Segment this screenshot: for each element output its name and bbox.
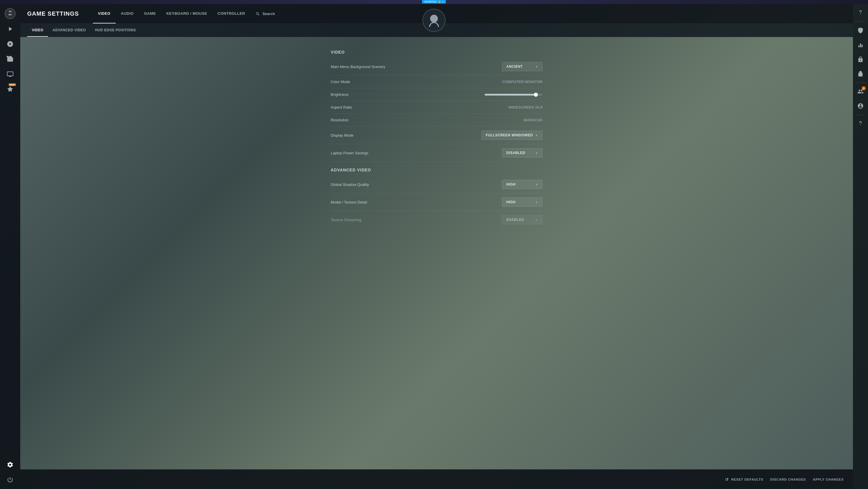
right-sidebar-user[interactable] xyxy=(854,99,867,112)
setting-laptop-power: Laptop Power Savings DISABLED ▼ xyxy=(331,144,542,162)
discard-label: DISCARD CHANGES xyxy=(770,478,806,481)
tab-audio[interactable]: Audio xyxy=(116,4,139,24)
search-icon xyxy=(255,11,260,16)
top-bar: IMMERSE 🔒 + xyxy=(0,0,868,4)
tab-video[interactable]: Video xyxy=(93,4,116,24)
new-badge: NEW! xyxy=(9,83,16,86)
csgo-logo[interactable]: CS GO xyxy=(3,7,17,20)
main-content: GAME SETTINGS Video Audio Game Keyboard … xyxy=(20,4,853,489)
right-sidebar-profile[interactable] xyxy=(854,24,867,37)
new-item-icon xyxy=(7,86,13,93)
sidebar-item-inventory[interactable] xyxy=(4,53,17,65)
search-tab[interactable]: Search xyxy=(250,4,280,24)
apply-label: APPLY CHANGES xyxy=(813,478,844,481)
immerse-lock-icon: 🔒 xyxy=(438,0,441,3)
setting-laptop-power-label: Laptop Power Savings xyxy=(331,151,368,155)
model-texture-value-text: HIGH xyxy=(506,200,516,204)
display-mode-value-text: FULLSCREEN WINDOWED xyxy=(486,133,533,137)
reset-icon: ↺ xyxy=(725,477,729,482)
setting-model-texture: Model / Texture Detail HIGH ▼ xyxy=(331,193,542,211)
setting-model-texture-label: Model / Texture Detail xyxy=(331,200,367,204)
svg-text:CS: CS xyxy=(9,10,11,12)
csgo-logo-icon: CS GO xyxy=(4,8,16,20)
right-sidebar-users[interactable]: 2 xyxy=(854,85,867,98)
setting-resolution: Resolution 3840X2160 xyxy=(331,114,542,126)
laptop-power-dropdown[interactable]: DISABLED ▼ xyxy=(502,148,542,157)
texture-streaming-chevron: ▼ xyxy=(535,218,538,222)
setting-display-mode: Display Mode FULLSCREEN WINDOWED ▼ xyxy=(331,126,542,144)
right-sidebar-lock2[interactable] xyxy=(854,67,867,80)
avatar-icon xyxy=(427,13,441,27)
brightness-slider-track[interactable] xyxy=(485,94,542,95)
immerse-badge: IMMERSE 🔒 + xyxy=(422,0,446,3)
setting-global-shadow-value: HIGH ▼ xyxy=(502,180,542,189)
levels-icon xyxy=(857,42,864,48)
setting-color-mode: Color Mode COMPUTER MONITOR xyxy=(331,76,542,88)
right-sidebar-levels[interactable] xyxy=(854,38,867,51)
brightness-slider-fill xyxy=(485,94,535,95)
tv-icon xyxy=(7,70,13,78)
global-shadow-value-text: HIGH xyxy=(506,182,516,186)
display-mode-chevron: ▼ xyxy=(535,134,538,137)
help2-icon xyxy=(857,120,864,127)
resolution-text: 3840X2160 xyxy=(523,118,542,122)
sidebar-item-power[interactable] xyxy=(4,473,17,486)
main-menu-bg-dropdown[interactable]: ANCIENT ▼ xyxy=(502,62,542,71)
sidebar-item-new[interactable]: NEW! xyxy=(4,83,17,95)
divider-3 xyxy=(855,115,866,115)
divider-2 xyxy=(855,83,866,83)
model-texture-dropdown[interactable]: HIGH ▼ xyxy=(502,197,542,207)
tab-game[interactable]: Game xyxy=(139,4,161,24)
sidebar-item-play[interactable] xyxy=(4,23,17,35)
lock2-icon xyxy=(857,70,864,77)
settings-panel[interactable]: Video Main Menu Background Scenery ANCIE… xyxy=(20,37,853,489)
sidebar-item-watch[interactable] xyxy=(4,68,17,81)
setting-resolution-value: 3840X2160 xyxy=(523,118,542,122)
sub-tab-video[interactable]: Video xyxy=(27,24,48,37)
setting-global-shadow-label: Global Shadow Quality xyxy=(331,182,369,187)
setting-main-menu-bg-label: Main Menu Background Scenery xyxy=(331,64,385,69)
tab-controller[interactable]: Controller xyxy=(212,4,250,24)
main-menu-bg-chevron: ▼ xyxy=(535,65,538,68)
setting-aspect-ratio-value: WIDESCREEN 16:9 xyxy=(508,105,542,110)
search-label: Search xyxy=(262,11,275,16)
display-mode-dropdown[interactable]: FULLSCREEN WINDOWED ▼ xyxy=(482,131,542,140)
lock1-icon xyxy=(857,56,864,62)
sub-tab-advanced-video[interactable]: Advanced Video xyxy=(48,24,91,37)
setting-laptop-power-value: DISABLED ▼ xyxy=(502,148,542,157)
right-sidebar-lock1[interactable] xyxy=(854,53,867,66)
setting-main-menu-bg-value: ANCIENT ▼ xyxy=(502,62,542,71)
color-mode-text: COMPUTER MONITOR xyxy=(502,80,542,84)
bottom-bar: ↺ RESET DEFAULTS DISCARD CHANGES APPLY C… xyxy=(20,469,853,489)
sidebar-item-settings[interactable] xyxy=(4,458,17,471)
setting-texture-streaming: Texture Streaming ENABLED ▼ xyxy=(331,211,542,228)
aspect-ratio-text: WIDESCREEN 16:9 xyxy=(508,105,542,110)
play-icon xyxy=(7,26,13,32)
setting-display-mode-value: FULLSCREEN WINDOWED ▼ xyxy=(482,131,542,140)
discard-changes-button[interactable]: DISCARD CHANGES xyxy=(770,478,806,481)
immerse-plus: + xyxy=(442,0,443,3)
reset-defaults-button[interactable]: ↺ RESET DEFAULTS xyxy=(725,477,763,482)
global-shadow-dropdown[interactable]: HIGH ▼ xyxy=(502,180,542,189)
section-title-advanced-video: Advanced Video xyxy=(331,162,542,176)
setting-brightness-value xyxy=(485,94,542,95)
setting-model-texture-value: HIGH ▼ xyxy=(502,197,542,207)
sidebar: CS GO NEW! xyxy=(0,4,20,489)
setting-main-menu-bg: Main Menu Background Scenery ANCIENT ▼ xyxy=(331,58,542,76)
right-sidebar: 2 xyxy=(853,4,868,489)
reset-label: RESET DEFAULTS xyxy=(731,478,763,481)
sidebar-item-antenna[interactable] xyxy=(4,38,17,50)
setting-color-mode-value: COMPUTER MONITOR xyxy=(502,80,542,84)
sub-tab-hud-edge[interactable]: HUD Edge Positions xyxy=(91,24,141,37)
laptop-power-value-text: DISABLED xyxy=(506,151,525,155)
profile-icon xyxy=(857,27,864,34)
right-sidebar-help[interactable] xyxy=(854,6,867,19)
nav-tabs: Video Audio Game Keyboard / Mouse Contro… xyxy=(93,4,280,24)
right-sidebar-help2[interactable] xyxy=(854,117,867,130)
antenna-icon xyxy=(7,40,13,48)
apply-changes-button[interactable]: APPLY CHANGES xyxy=(813,478,844,481)
tab-keyboard-mouse[interactable]: Keyboard / Mouse xyxy=(161,4,212,24)
texture-streaming-dropdown[interactable]: ENABLED ▼ xyxy=(502,215,542,224)
setting-global-shadow: Global Shadow Quality HIGH ▼ xyxy=(331,176,542,193)
laptop-power-chevron: ▼ xyxy=(535,151,538,154)
